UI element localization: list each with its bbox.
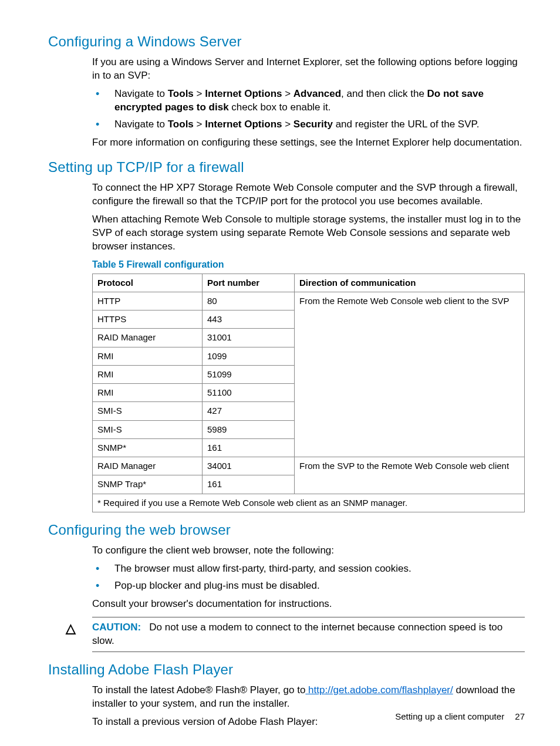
cell-protocol: SMI-S bbox=[93, 420, 203, 438]
text: > bbox=[194, 119, 205, 130]
cell-port: 51100 bbox=[203, 384, 295, 402]
cell-protocol: RMI bbox=[93, 384, 203, 402]
bullet-list: Navigate to Tools > Internet Options > A… bbox=[92, 87, 525, 131]
bold: Tools bbox=[168, 119, 194, 130]
cell-protocol: RAID Manager bbox=[93, 457, 203, 475]
section-body: To configure the client web browser, not… bbox=[92, 544, 525, 652]
table-caption: Table 5 Firewall configuration bbox=[92, 258, 525, 271]
text: > bbox=[282, 88, 293, 99]
flash-player-link[interactable]: http://get.adobe.com/flashplayer/ bbox=[305, 684, 453, 696]
cell-direction: From the Remote Web Console web client t… bbox=[295, 292, 525, 457]
cell-protocol: SNMP Trap* bbox=[93, 475, 203, 494]
list-item: Pop-up blocker and plug-ins must be disa… bbox=[92, 579, 525, 593]
bold: Advanced bbox=[294, 88, 341, 99]
firewall-table: Protocol Port number Direction of commun… bbox=[92, 274, 525, 512]
caution-icon: △ bbox=[66, 620, 76, 637]
cell-protocol: RAID Manager bbox=[93, 329, 203, 347]
table-row: HTTP80From the Remote Web Console web cl… bbox=[93, 292, 525, 310]
cell-protocol: SNMP* bbox=[93, 438, 203, 457]
page-footer: Setting up a client computer 27 bbox=[395, 711, 525, 723]
text: Navigate to bbox=[114, 88, 168, 99]
col-direction: Direction of communication bbox=[295, 274, 525, 292]
bold: Security bbox=[294, 119, 333, 130]
heading-configuring-windows-server: Configuring a Windows Server bbox=[48, 32, 525, 51]
text: > bbox=[194, 88, 205, 99]
page-number: 27 bbox=[515, 711, 525, 721]
cell-protocol: SMI-S bbox=[93, 402, 203, 420]
heading-installing-flash: Installing Adobe Flash Player bbox=[48, 660, 525, 679]
cell-port: 51099 bbox=[203, 365, 295, 383]
paragraph: If you are using a Windows Server and In… bbox=[92, 56, 525, 83]
cell-protocol: HTTP bbox=[93, 292, 203, 310]
cell-port: 34001 bbox=[203, 457, 295, 475]
text: To install the latest Adobe® Flash® Play… bbox=[92, 684, 305, 696]
bold: Internet Options bbox=[205, 88, 282, 99]
table-row: RAID Manager34001From the SVP to the Rem… bbox=[93, 457, 525, 475]
cell-protocol: HTTPS bbox=[93, 310, 203, 329]
cell-port: 161 bbox=[203, 475, 295, 494]
bold: Internet Options bbox=[205, 119, 282, 130]
bold: Tools bbox=[168, 88, 194, 99]
section-setting-up-tcpip: Setting up TCP/IP for a firewall To conn… bbox=[48, 158, 525, 512]
section-configuring-windows-server: Configuring a Windows Server If you are … bbox=[48, 32, 525, 150]
caution-label: CAUTION: bbox=[92, 622, 141, 633]
table-footnote: * Required if you use a Remote Web Conso… bbox=[93, 494, 525, 512]
paragraph: To configure the client web browser, not… bbox=[92, 544, 525, 558]
cell-port: 161 bbox=[203, 438, 295, 457]
text: Navigate to bbox=[114, 119, 168, 130]
paragraph: To connect the HP XP7 Storage Remote Web… bbox=[92, 181, 525, 208]
cell-port: 5989 bbox=[203, 420, 295, 438]
cell-protocol: RMI bbox=[93, 365, 203, 383]
section-body: If you are using a Windows Server and In… bbox=[92, 56, 525, 150]
paragraph: When attaching Remote Web Console to mul… bbox=[92, 213, 525, 254]
heading-setting-up-tcpip: Setting up TCP/IP for a firewall bbox=[48, 158, 525, 177]
table-footnote-row: * Required if you use a Remote Web Conso… bbox=[93, 494, 525, 512]
cell-port: 427 bbox=[203, 402, 295, 420]
col-protocol: Protocol bbox=[93, 274, 203, 292]
section-body: To connect the HP XP7 Storage Remote Web… bbox=[92, 181, 525, 512]
text: and register the URL of the SVP. bbox=[333, 119, 479, 130]
list-item: The browser must allow first-party, thir… bbox=[92, 562, 525, 576]
paragraph: For more information on configuring thes… bbox=[92, 136, 525, 150]
cell-direction: From the SVP to the Remote Web Console w… bbox=[295, 457, 525, 494]
cell-port: 31001 bbox=[203, 329, 295, 347]
footer-text: Setting up a client computer bbox=[395, 711, 504, 721]
text: check box to enable it. bbox=[229, 102, 331, 113]
caution-text: Do not use a modem to connect to the int… bbox=[92, 622, 502, 646]
text: > bbox=[282, 119, 293, 130]
bullet-list: The browser must allow first-party, thir… bbox=[92, 562, 525, 593]
cell-port: 1099 bbox=[203, 347, 295, 365]
caution-block: △ CAUTION: Do not use a modem to connect… bbox=[92, 617, 525, 652]
cell-port: 443 bbox=[203, 310, 295, 329]
section-configuring-web-browser: Configuring the web browser To configure… bbox=[48, 521, 525, 652]
cell-port: 80 bbox=[203, 292, 295, 310]
table-header-row: Protocol Port number Direction of commun… bbox=[93, 274, 525, 292]
list-item: Navigate to Tools > Internet Options > S… bbox=[92, 118, 525, 131]
heading-configuring-web-browser: Configuring the web browser bbox=[48, 521, 525, 539]
paragraph: Consult your browser's documentation for… bbox=[92, 598, 525, 611]
list-item: Navigate to Tools > Internet Options > A… bbox=[92, 87, 525, 114]
col-port: Port number bbox=[203, 274, 295, 292]
text: , and then click the bbox=[341, 88, 427, 99]
paragraph: To install the latest Adobe® Flash® Play… bbox=[92, 684, 525, 711]
cell-protocol: RMI bbox=[93, 347, 203, 365]
